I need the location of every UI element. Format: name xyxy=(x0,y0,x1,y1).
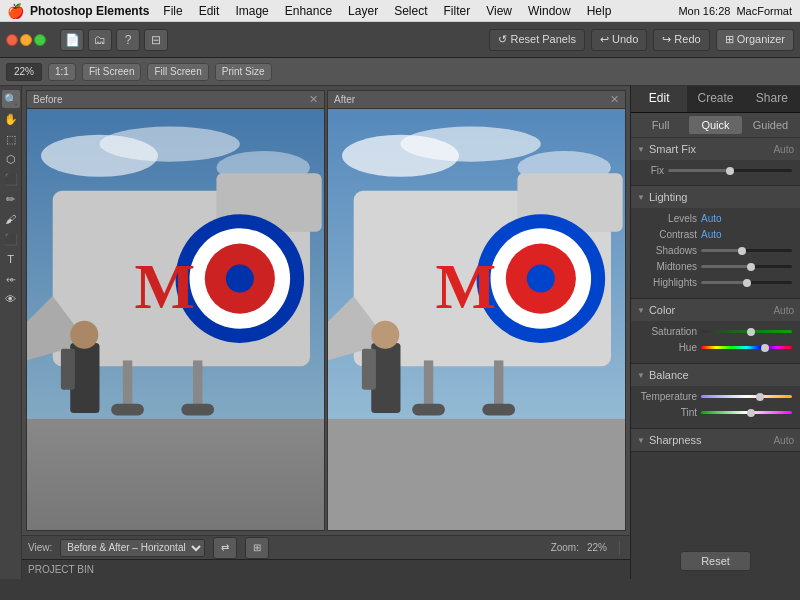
zoom-label: Zoom: xyxy=(551,542,579,553)
apple-menu[interactable]: 🍎 xyxy=(0,3,30,19)
reset-button[interactable]: Reset xyxy=(680,551,751,571)
fix-slider-thumb[interactable] xyxy=(726,167,734,175)
tool-brush[interactable]: ✏ xyxy=(2,190,20,208)
smart-fix-header[interactable]: ▼ Smart Fix Auto xyxy=(631,138,800,160)
tool-text[interactable]: T xyxy=(2,250,20,268)
fill-screen-btn[interactable]: Fill Screen xyxy=(147,63,208,81)
menu-layer[interactable]: Layer xyxy=(340,4,386,18)
tool-lasso[interactable]: ⬡ xyxy=(2,150,20,168)
traffic-red[interactable] xyxy=(6,34,18,46)
saturation-row: Saturation xyxy=(639,326,792,337)
tool-shape[interactable]: ⬰ xyxy=(2,270,20,288)
organizer-btn[interactable]: ⊞ Organizer xyxy=(716,29,794,51)
balance-header[interactable]: ▼ Balance xyxy=(631,364,800,386)
color-section: ▼ Color Auto Saturation Hue xyxy=(631,299,800,364)
midtones-thumb[interactable] xyxy=(747,263,755,271)
highlights-thumb[interactable] xyxy=(743,279,751,287)
temperature-row: Temperature xyxy=(639,391,792,402)
shadows-thumb[interactable] xyxy=(738,247,746,255)
project-bin-label: PROJECT BIN xyxy=(28,564,94,575)
view-select[interactable]: Before & After – Horizontal xyxy=(60,539,205,557)
temperature-slider[interactable] xyxy=(701,395,792,398)
zoom-control xyxy=(6,63,42,81)
lighting-header[interactable]: ▼ Lighting xyxy=(631,186,800,208)
menu-image[interactable]: Image xyxy=(227,4,276,18)
color-auto[interactable]: Auto xyxy=(773,305,794,316)
zoom-input[interactable] xyxy=(6,63,42,81)
sharpness-header[interactable]: ▼ Sharpness Auto xyxy=(631,429,800,451)
menu-file[interactable]: File xyxy=(155,4,190,18)
hue-slider[interactable] xyxy=(701,346,792,349)
fix-slider-fill xyxy=(668,169,730,172)
menu-select[interactable]: Select xyxy=(386,4,435,18)
shadows-slider[interactable] xyxy=(701,249,792,252)
sharpness-auto[interactable]: Auto xyxy=(773,435,794,446)
levels-label: Levels xyxy=(639,213,697,224)
redo-btn[interactable]: ↪ Redo xyxy=(653,29,709,51)
tool-hand[interactable]: ✋ xyxy=(2,110,20,128)
svg-rect-14 xyxy=(111,404,144,416)
smart-fix-triangle: ▼ xyxy=(637,145,645,154)
right-panel: Edit Create Share Full Quick Guided ▼ Sm… xyxy=(630,86,800,579)
fix-slider[interactable] xyxy=(668,169,792,172)
menu-help[interactable]: Help xyxy=(579,4,620,18)
app-name[interactable]: Photoshop Elements xyxy=(30,4,149,18)
tint-slider[interactable] xyxy=(701,411,792,414)
print-size-btn[interactable]: Print Size xyxy=(215,63,272,81)
tab-edit[interactable]: Edit xyxy=(631,86,687,112)
menu-view[interactable]: View xyxy=(478,4,520,18)
levels-auto[interactable]: Auto xyxy=(701,213,722,224)
tab-create[interactable]: Create xyxy=(687,86,743,112)
sync-btn[interactable]: ⊞ xyxy=(245,537,269,559)
zoom-11-btn[interactable]: 1:1 xyxy=(48,63,76,81)
subtab-guided[interactable]: Guided xyxy=(744,116,797,134)
tool-eye[interactable]: 👁 xyxy=(2,290,20,308)
reset-panels-btn[interactable]: ↺ Reset Panels xyxy=(489,29,584,51)
after-close-btn[interactable]: ✕ xyxy=(610,93,619,106)
menu-enhance[interactable]: Enhance xyxy=(277,4,340,18)
temperature-thumb[interactable] xyxy=(756,393,764,401)
svg-rect-13 xyxy=(123,360,132,407)
tool-select[interactable]: ⬚ xyxy=(2,130,20,148)
menu-clock: Mon 16:28 xyxy=(678,5,730,17)
tool-eraser[interactable]: ⬛ xyxy=(2,230,20,248)
color-header[interactable]: ▼ Color Auto xyxy=(631,299,800,321)
tool-zoom[interactable]: 🔍 xyxy=(2,90,20,108)
lighting-title: Lighting xyxy=(649,191,688,203)
menu-edit[interactable]: Edit xyxy=(191,4,228,18)
undo-btn[interactable]: ↩ Undo xyxy=(591,29,647,51)
tool-crop[interactable]: ⬛ xyxy=(2,170,20,188)
traffic-green[interactable] xyxy=(34,34,46,46)
new-file-btn[interactable]: 📄 xyxy=(60,29,84,51)
canvas-bottom-bar: View: Before & After – Horizontal ⇄ ⊞ Zo… xyxy=(22,535,630,559)
sharpness-section: ▼ Sharpness Auto xyxy=(631,429,800,452)
tool-stamp[interactable]: 🖌 xyxy=(2,210,20,228)
subtab-full[interactable]: Full xyxy=(634,116,687,134)
help-btn[interactable]: ? xyxy=(116,29,140,51)
saturation-thumb[interactable] xyxy=(747,328,755,336)
before-image: M xyxy=(27,109,324,530)
tab-share[interactable]: Share xyxy=(744,86,800,112)
project-bin: PROJECT BIN xyxy=(22,559,630,579)
shadows-fill xyxy=(701,249,742,252)
hue-thumb[interactable] xyxy=(761,344,769,352)
tint-label: Tint xyxy=(639,407,697,418)
fit-screen-btn[interactable]: Fit Screen xyxy=(82,63,142,81)
midtones-slider[interactable] xyxy=(701,265,792,268)
before-close-btn[interactable]: ✕ xyxy=(309,93,318,106)
view-btn[interactable]: ⊟ xyxy=(144,29,168,51)
browse-btn[interactable]: 🗂 xyxy=(88,29,112,51)
smart-fix-auto[interactable]: Auto xyxy=(773,144,794,155)
menu-window[interactable]: Window xyxy=(520,4,579,18)
saturation-slider[interactable] xyxy=(701,330,792,333)
swap-btn[interactable]: ⇄ xyxy=(213,537,237,559)
contrast-auto[interactable]: Auto xyxy=(701,229,722,240)
color-title: Color xyxy=(649,304,675,316)
highlights-slider[interactable] xyxy=(701,281,792,284)
balance-section: ▼ Balance Temperature Tint xyxy=(631,364,800,429)
tint-thumb[interactable] xyxy=(747,409,755,417)
menu-filter[interactable]: Filter xyxy=(436,4,479,18)
traffic-yellow[interactable] xyxy=(20,34,32,46)
subtab-quick[interactable]: Quick xyxy=(689,116,742,134)
toolbar-right: ↺ Reset Panels ↩ Undo ↪ Redo ⊞ Organizer xyxy=(489,29,794,51)
